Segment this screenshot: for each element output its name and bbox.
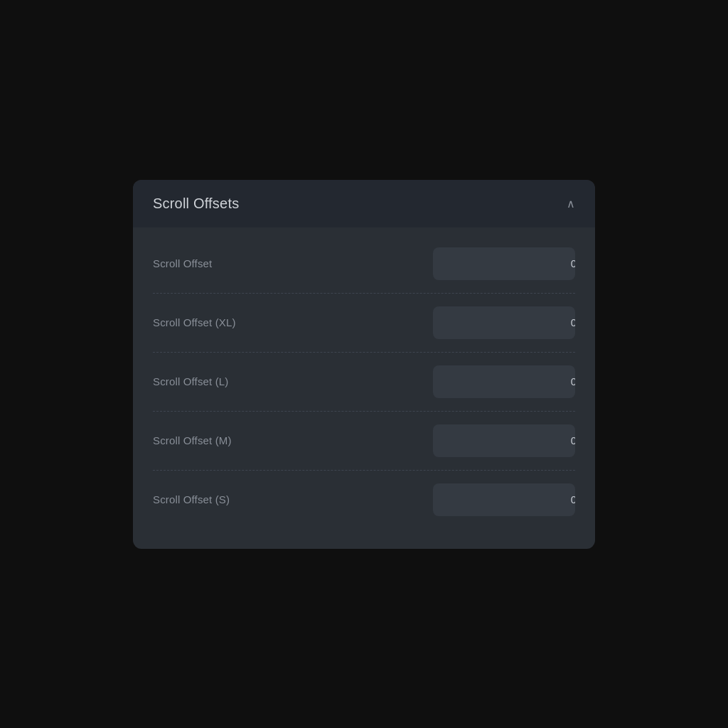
- label-scroll-offset: Scroll Offset: [153, 257, 212, 269]
- input-scroll-offset-s[interactable]: [433, 493, 575, 505]
- input-group-scroll-offset-m: px: [433, 424, 575, 457]
- input-group-scroll-offset-xl: px: [433, 306, 575, 339]
- field-row-scroll-offset-s: Scroll Offset (S)px: [153, 471, 575, 529]
- collapse-chevron-icon[interactable]: ∧: [567, 197, 575, 210]
- field-row-scroll-offset-m: Scroll Offset (M)px: [153, 412, 575, 471]
- panel-title: Scroll Offsets: [153, 196, 239, 212]
- label-scroll-offset-l: Scroll Offset (L): [153, 375, 228, 387]
- input-group-scroll-offset: px: [433, 247, 575, 280]
- input-scroll-offset-m[interactable]: [433, 434, 575, 446]
- input-scroll-offset-l[interactable]: [433, 375, 575, 387]
- panel-header: Scroll Offsets ∧: [133, 180, 595, 228]
- scroll-offsets-panel: Scroll Offsets ∧ Scroll OffsetpxScroll O…: [133, 180, 595, 549]
- panel-body: Scroll OffsetpxScroll Offset (XL)pxScrol…: [133, 228, 595, 549]
- label-scroll-offset-m: Scroll Offset (M): [153, 434, 232, 446]
- label-scroll-offset-s: Scroll Offset (S): [153, 493, 230, 505]
- input-scroll-offset[interactable]: [433, 257, 575, 269]
- field-row-scroll-offset-l: Scroll Offset (L)px: [153, 353, 575, 412]
- input-group-scroll-offset-l: px: [433, 365, 575, 398]
- field-row-scroll-offset-xl: Scroll Offset (XL)px: [153, 294, 575, 353]
- input-scroll-offset-xl[interactable]: [433, 316, 575, 328]
- input-group-scroll-offset-s: px: [433, 483, 575, 516]
- field-row-scroll-offset: Scroll Offsetpx: [153, 235, 575, 294]
- label-scroll-offset-xl: Scroll Offset (XL): [153, 316, 236, 328]
